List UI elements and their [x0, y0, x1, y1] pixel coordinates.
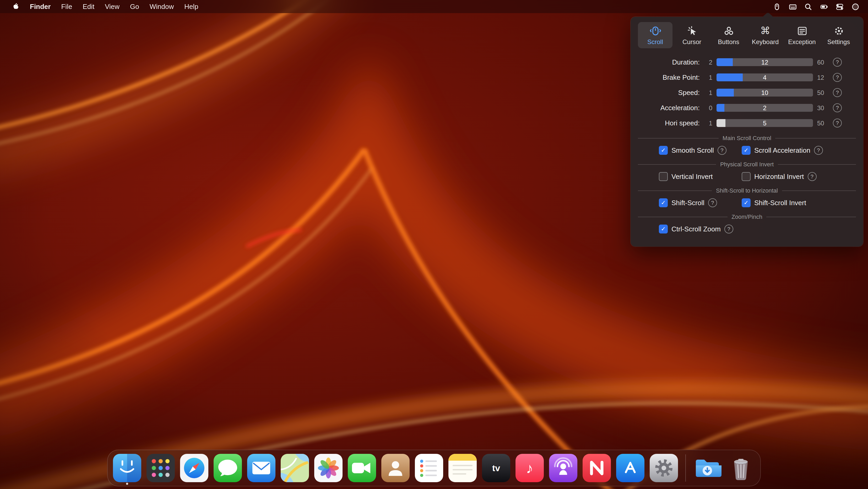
- apple-menu[interactable]: [6, 2, 25, 11]
- dock-safari[interactable]: [180, 454, 208, 482]
- shift-scroll-invert-checkbox[interactable]: [742, 198, 751, 207]
- help-icon[interactable]: ?: [807, 172, 816, 181]
- gear-icon: [833, 25, 844, 37]
- menu-bar: Finder File Edit View Go Window Help: [0, 0, 868, 13]
- slider-label: Brake Point:: [638, 74, 700, 81]
- help-icon[interactable]: ?: [718, 146, 726, 155]
- mos-mouse-icon[interactable]: [771, 0, 783, 13]
- spotlight-icon[interactable]: [802, 0, 814, 13]
- dock-trash[interactable]: [727, 454, 755, 482]
- siri-icon[interactable]: [849, 0, 862, 13]
- dock-notes[interactable]: [448, 454, 477, 482]
- dock-downloads-folder[interactable]: [693, 454, 721, 482]
- slider-value: 5: [716, 119, 813, 127]
- slider-max: 30: [817, 104, 829, 112]
- duration-slider[interactable]: 12: [716, 58, 813, 66]
- menu-file[interactable]: File: [56, 0, 77, 13]
- section-divider: Physical Scroll Invert: [638, 161, 856, 167]
- cursor-tab-icon: [686, 25, 698, 37]
- speed-slider[interactable]: 10: [716, 89, 813, 96]
- dock-reminders[interactable]: [415, 454, 443, 482]
- slider-label: Acceleration:: [638, 104, 700, 112]
- help-icon[interactable]: ?: [814, 146, 823, 155]
- slider-value: 10: [716, 89, 813, 96]
- dock-facetime[interactable]: [348, 454, 376, 482]
- slider-max: 12: [817, 74, 829, 81]
- dock-music[interactable]: ♪: [516, 454, 544, 482]
- tab-cursor[interactable]: Cursor: [675, 22, 709, 48]
- dock-tv[interactable]: tv: [482, 454, 510, 482]
- menu-window[interactable]: Window: [145, 0, 179, 13]
- section-title: Shift-Scroll to Horizontal: [716, 187, 778, 194]
- dock-app-store[interactable]: [616, 454, 645, 482]
- desktop: Finder File Edit View Go Window Help: [0, 0, 868, 489]
- tab-label: Buttons: [718, 38, 739, 46]
- checkbox-row: Ctrl-Scroll Zoom ?: [638, 225, 856, 233]
- dock-mail[interactable]: [247, 454, 275, 482]
- checkbox-row: Vertical Invert Horizontal Invert ?: [638, 172, 856, 181]
- menu-view[interactable]: View: [100, 0, 125, 13]
- control-center-icon[interactable]: [833, 0, 846, 13]
- slider-min: 2: [704, 58, 712, 66]
- ctrl-scroll-zoom-checkbox[interactable]: [659, 225, 668, 233]
- help-icon[interactable]: ?: [833, 58, 842, 67]
- horizontal-invert-checkbox[interactable]: [742, 172, 751, 181]
- dock-system-settings[interactable]: [650, 454, 678, 482]
- keyboard-icon[interactable]: [786, 0, 799, 13]
- menu-edit[interactable]: Edit: [77, 0, 100, 13]
- section-divider: Zoom/Pinch: [638, 213, 856, 220]
- section-title: Physical Scroll Invert: [720, 161, 774, 167]
- tab-buttons[interactable]: Buttons: [711, 22, 746, 48]
- slider-min: 1: [704, 74, 712, 81]
- tab-exception[interactable]: Exception: [785, 22, 819, 48]
- slider-label: Speed:: [638, 89, 700, 96]
- tab-bar: Scroll Cursor Buttons: [638, 22, 856, 48]
- vertical-invert-checkbox[interactable]: [659, 172, 668, 181]
- dock-finder[interactable]: [113, 454, 141, 482]
- acceleration-slider[interactable]: 2: [716, 104, 813, 112]
- section-divider: Main Scroll Control: [638, 135, 856, 141]
- checkbox-label: Shift-Scroll Invert: [754, 199, 806, 207]
- help-icon[interactable]: ?: [833, 103, 842, 112]
- dock-photos[interactable]: [314, 454, 343, 482]
- hori-speed-slider[interactable]: 5: [716, 119, 813, 127]
- help-icon[interactable]: ?: [833, 88, 842, 97]
- dock-contacts[interactable]: [381, 454, 410, 482]
- menu-go[interactable]: Go: [125, 0, 145, 13]
- slider-max: 50: [817, 89, 829, 96]
- slider-label: Hori speed:: [638, 119, 700, 127]
- slider-min: 1: [704, 119, 712, 127]
- help-icon[interactable]: ?: [833, 73, 842, 82]
- tab-keyboard[interactable]: ⌘ Keyboard: [748, 22, 782, 48]
- checkbox-label: Vertical Invert: [672, 173, 713, 180]
- brake-point-slider[interactable]: 4: [716, 74, 813, 81]
- battery-icon[interactable]: [818, 0, 830, 13]
- shift-scroll-checkbox[interactable]: [659, 198, 668, 207]
- checkbox-row: Smooth Scroll ? Scroll Acceleration ?: [638, 146, 856, 155]
- slider-label: Duration:: [638, 58, 700, 66]
- menu-help[interactable]: Help: [179, 0, 204, 13]
- help-icon[interactable]: ?: [708, 198, 717, 207]
- active-app-menu[interactable]: Finder: [25, 0, 56, 13]
- dock-podcasts[interactable]: [549, 454, 577, 482]
- dock-news[interactable]: [583, 454, 611, 482]
- tab-label: Cursor: [682, 38, 701, 46]
- dock-launchpad[interactable]: [147, 454, 175, 482]
- svg-text:♪: ♪: [526, 460, 533, 477]
- scroll-acceleration-checkbox[interactable]: [742, 146, 751, 155]
- checkbox-label: Shift-Scroll: [672, 199, 705, 207]
- smooth-scroll-checkbox[interactable]: [659, 146, 668, 155]
- tab-label: Settings: [827, 38, 850, 46]
- help-icon[interactable]: ?: [833, 119, 842, 127]
- help-icon[interactable]: ?: [724, 225, 733, 233]
- dock-maps[interactable]: [281, 454, 309, 482]
- checkbox-label: Scroll Acceleration: [754, 146, 810, 154]
- tab-label: Scroll: [647, 38, 663, 46]
- tab-label: Keyboard: [752, 38, 779, 46]
- section-title: Main Scroll Control: [722, 135, 771, 141]
- dock-messages[interactable]: [214, 454, 242, 482]
- dock-divider: [685, 454, 686, 482]
- slider-max: 50: [817, 119, 829, 127]
- tab-settings[interactable]: Settings: [822, 22, 856, 48]
- tab-scroll[interactable]: Scroll: [638, 22, 673, 48]
